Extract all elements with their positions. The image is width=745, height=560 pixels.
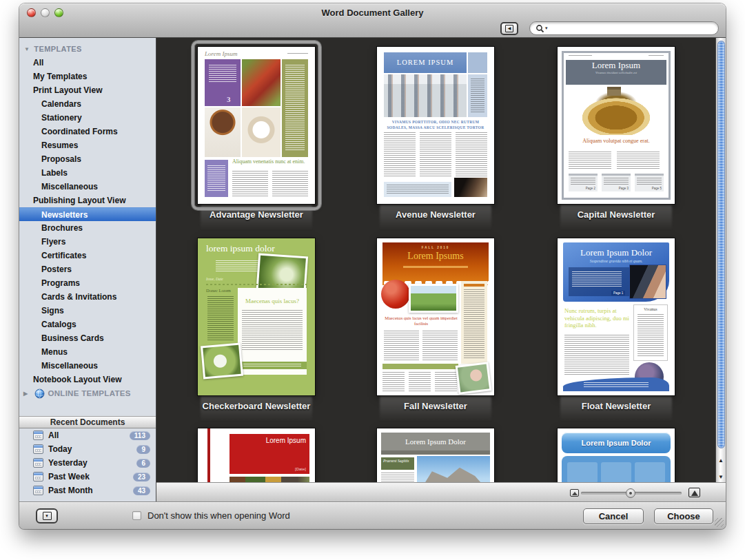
sidebar-item-stationery[interactable]: Stationery: [19, 111, 156, 125]
item-label: Posters: [41, 265, 72, 274]
search-field[interactable]: ▾: [529, 21, 719, 35]
template-card-partial-3[interactable]: Lorem Ipsum Dolor: [558, 428, 675, 482]
preview-tagline: Vivamus tincidunt sollicitudin est: [566, 71, 666, 74]
collapse-panel-button[interactable]: ▼: [36, 508, 58, 523]
recent-item-yesterday[interactable]: Yesterday 6: [19, 456, 156, 470]
recent-documents-header: Recent Documents: [19, 416, 156, 428]
vertical-scrollbar[interactable]: ▲ ▼: [715, 38, 726, 482]
title-bar[interactable]: Word Document Gallery: [19, 3, 726, 22]
preview-masthead: Lorem Ipsum: [266, 437, 306, 444]
recent-item-today[interactable]: Today 9: [19, 442, 156, 456]
preview-subheader-bar: [381, 450, 490, 455]
sidebar-item-coordinated-forms[interactable]: Coordinated Forms: [19, 125, 156, 138]
resize-grip[interactable]: [715, 518, 724, 527]
template-card-fall-newsletter[interactable]: FALL 2010 Lorem Ipsums Maecenas quis lac…: [377, 238, 494, 428]
sidebar-item-catalogs[interactable]: Catalogs: [19, 318, 156, 331]
recent-item-all[interactable]: All 113: [19, 428, 156, 442]
preview-text-lines: [569, 55, 592, 57]
item-label: Stationery: [41, 113, 82, 123]
recent-item-past-month[interactable]: Past Month 43: [19, 484, 156, 497]
scrollbar-thumb[interactable]: [717, 41, 725, 448]
main-area: ▼ TEMPLATES All My Templates Print Layou…: [19, 38, 726, 501]
preview-text-lines: [456, 132, 487, 178]
scroll-up-arrow[interactable]: ▲: [718, 458, 724, 464]
disclosure-down-icon[interactable]: ▼: [24, 46, 30, 52]
search-input[interactable]: [553, 23, 713, 34]
sidebar-item-proposals[interactable]: Proposals: [19, 152, 156, 166]
thumbnail-size-slider[interactable]: [581, 492, 682, 495]
count-badge: 6: [136, 459, 150, 468]
item-label: Newsletters: [41, 210, 88, 220]
preview-photo: [205, 107, 241, 157]
search-icon: [535, 24, 544, 33]
search-scope-chevron-icon[interactable]: ▾: [545, 25, 548, 31]
item-label: Calendars: [41, 99, 81, 109]
templates-section-header[interactable]: ▼ TEMPLATES: [19, 42, 156, 56]
sidebar-item-miscellaneous-print[interactable]: Miscellaneous: [19, 180, 156, 194]
preview-text-lines: [601, 462, 631, 482]
sidebar-item-flyers[interactable]: Flyers: [19, 235, 156, 249]
sidebar-item-brochures[interactable]: Brochures: [19, 221, 156, 235]
sidebar-item-my-templates[interactable]: My Templates: [19, 70, 156, 83]
sidebar-item-publishing-layout-view[interactable]: Publishing Layout View: [19, 194, 156, 207]
calendar-icon: [33, 486, 43, 495]
sidebar-item-certificates[interactable]: Certificates: [19, 249, 156, 262]
sidebar-item-resumes[interactable]: Resumes: [19, 138, 156, 152]
cancel-button[interactable]: Cancel: [583, 508, 644, 524]
desktop-background: Word Document Gallery ◀ ▾: [0, 0, 745, 560]
dont-show-checkbox[interactable]: [132, 511, 141, 520]
preview-photo: [384, 74, 467, 117]
preview-headline: Maecenas quis lacus vel quam imperdiet f…: [384, 315, 458, 326]
preview-headline: VIVAMUS PORTTITOR, ODIO NEC RUTRUM SODAL…: [382, 119, 489, 131]
item-label: Miscellaneous: [41, 182, 98, 191]
preview-page-label: Page 2: [586, 187, 595, 190]
sidebar-item-cards-invitations[interactable]: Cards & Invitations: [19, 290, 156, 304]
sidebar-item-all[interactable]: All: [19, 56, 156, 70]
preview-text-lines: [209, 65, 236, 83]
preview-text-lines: [409, 372, 431, 391]
zoom-window-button[interactable]: [54, 8, 63, 17]
preview-text-lines: [584, 382, 649, 388]
thumbnail-size-bar: [156, 482, 726, 501]
sidebar-item-labels[interactable]: Labels: [19, 166, 156, 180]
template-card-float-newsletter[interactable]: Lorem Ipsum Dolor Suspendisse gravida ni…: [558, 238, 675, 428]
sidebar-item-calendars[interactable]: Calendars: [19, 97, 156, 111]
preview-issue-line: Issue, Date: [206, 277, 223, 281]
choose-button[interactable]: Choose: [654, 508, 713, 524]
recent-item-past-week[interactable]: Past Week 23: [19, 470, 156, 484]
close-window-button[interactable]: [27, 8, 36, 17]
minimize-window-button[interactable]: [41, 8, 50, 17]
template-card-checkerboard-newsletter[interactable]: lorem ipsum dolor Issue, Date Donec Lore…: [198, 238, 315, 428]
template-preview: Lorem Ipsum Dolor: [558, 428, 675, 482]
sidebar-item-programs[interactable]: Programs: [19, 276, 156, 290]
sidebar-item-notebook-layout-view[interactable]: Notebook Layout View: [19, 373, 156, 386]
preview-sidebar-title: Vivamus: [634, 307, 667, 311]
item-label: Publishing Layout View: [33, 196, 125, 205]
template-card-capital-newsletter[interactable]: Lorem Ipsum Vivamus tincidunt sollicitud…: [558, 47, 675, 237]
sidebar-item-business-cards[interactable]: Business Cards: [19, 331, 156, 345]
small-thumbnails-icon[interactable]: [570, 489, 579, 497]
preview-masthead: Lorem Ipsum Dolor: [381, 433, 490, 450]
sidebar-item-posters[interactable]: Posters: [19, 262, 156, 276]
sidebar-item-print-layout-view[interactable]: Print Layout View: [19, 83, 156, 97]
sidebar-item-menus[interactable]: Menus: [19, 345, 156, 359]
sidebar-item-miscellaneous-publishing[interactable]: Miscellaneous: [19, 359, 156, 373]
large-thumbnails-icon[interactable]: [688, 488, 700, 497]
preview-masthead: LOREM IPSUM: [384, 52, 467, 73]
item-label: Menus: [41, 347, 68, 357]
sidebar-toggle-button[interactable]: ◀: [500, 22, 518, 35]
sidebar-item-signs[interactable]: Signs: [19, 304, 156, 318]
template-preview: FALL 2010 Lorem Ipsums Maecenas quis lac…: [377, 238, 494, 395]
scroll-down-arrow[interactable]: ▼: [718, 475, 724, 480]
template-card-partial-1[interactable]: Lorem Ipsum [Date]: [198, 428, 315, 482]
template-card-avenue-newsletter[interactable]: LOREM IPSUM VIVAMUS PORTTITOR, ODIO NEC …: [377, 47, 494, 237]
sidebar-item-newsletters-selected[interactable]: Newsletters: [19, 207, 156, 221]
template-card-advantage-newsletter[interactable]: Lorem Ipsum 3 Aliquam venenatis nunc at …: [198, 47, 315, 237]
disclosure-right-icon[interactable]: ▶: [23, 391, 28, 397]
template-card-partial-2[interactable]: Lorem Ipsum Dolor Praesent Sagittis: [377, 428, 494, 482]
online-templates-label: ONLINE TEMPLATES: [48, 389, 130, 397]
sidebar-item-online-templates[interactable]: ▶ ONLINE TEMPLATES: [19, 386, 156, 400]
sidebar-spacer: [19, 400, 156, 416]
slider-knob[interactable]: [626, 488, 635, 498]
preview-text-lines: [567, 462, 598, 482]
